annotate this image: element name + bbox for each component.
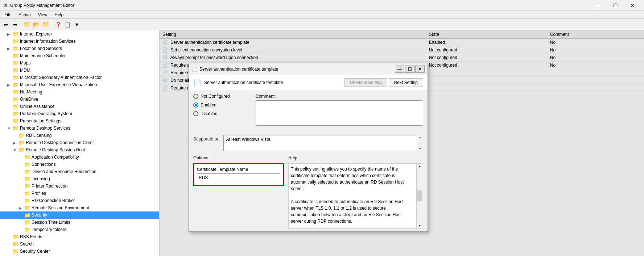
radio-enabled[interactable]: Enabled (193, 102, 251, 108)
next-setting-button[interactable]: Next Setting (389, 78, 423, 87)
toolbar-sep-2 (52, 21, 52, 28)
comment-textarea[interactable] (256, 100, 423, 126)
sidebar-item-presentation[interactable]: ▶ 📁 Presentation Settings (0, 117, 159, 125)
sidebar-item-security[interactable]: ▶ 📁 Security (0, 211, 159, 219)
help-scroll-up-arrow[interactable]: ▲ (418, 164, 421, 168)
sidebar-item-device-resource[interactable]: ▶ 📁 Device and Resource Redirection (0, 168, 159, 175)
menu-help[interactable]: Help (52, 12, 67, 18)
folder-icon: 📁 (24, 212, 30, 218)
sidebar-item-licensing[interactable]: ▶ 📁 Licensing (0, 175, 159, 182)
radio-disabled[interactable]: Disabled (193, 111, 251, 116)
sidebar-item-rds[interactable]: ▼ 📁 Remote Desktop Services (0, 125, 159, 132)
folder-icon: 📁 (13, 104, 19, 109)
radio-section: Not Configured Enabled Disabled (193, 94, 251, 130)
sidebar-item-location[interactable]: ▶ 📁 Location and Sensors (0, 45, 159, 52)
folder3-button[interactable]: 📁 (42, 20, 50, 29)
sidebar-item-connections[interactable]: ▶ 📁 Connections (0, 161, 159, 168)
scroll-up-arrow[interactable]: ▲ (419, 136, 422, 139)
modal-setting-title: Server authentication certificate templa… (204, 80, 283, 85)
maximize-button[interactable]: ☐ (607, 0, 624, 11)
cert-template-input[interactable] (197, 173, 280, 182)
sidebar-item-app-compat[interactable]: ▶ 📁 Application Compatibility (0, 154, 159, 161)
help-scroll-down-arrow[interactable]: ▼ (418, 224, 421, 227)
sidebar-item-onedrive[interactable]: ▶ 📁 OneDrive (0, 96, 159, 103)
sidebar-item-ms-secondary[interactable]: ▶ 📁 Microsoft Secondary Authentication F… (0, 74, 159, 81)
forward-button[interactable]: ➡ (11, 20, 20, 29)
back-button[interactable]: ⬅ (1, 20, 10, 29)
menu-view[interactable]: View (35, 12, 50, 18)
menu-bar: File Action View Help (0, 11, 644, 19)
sidebar-item-internet-explorer[interactable]: ▶ 📁 Internet Explorer (0, 30, 159, 38)
folder-icon: 📁 (24, 198, 30, 203)
sidebar-item-rd-conn-broker[interactable]: ▶ 📁 RD Connection Broker (0, 197, 159, 204)
right-panel: Setting State Comment 📄 Server authentic… (160, 30, 644, 256)
sidebar-item-ms-user-exp[interactable]: ▶ 📁 Microsoft User Experience Virtualiza… (0, 81, 159, 88)
folder-icon: 📁 (18, 133, 25, 138)
folder-icon: 📁 (13, 31, 19, 37)
sidebar-item-security-center[interactable]: ▶ 📁 Security Center (0, 248, 159, 255)
sidebar-item-mdm[interactable]: ▶ 📁 MDM (0, 67, 159, 74)
title-bar: 🖥 Group Policy Management Editor — ☐ ✕ (0, 0, 644, 11)
modal-dialog: 📄 Server authentication certificate temp… (189, 63, 428, 232)
sidebar-item-portable-os[interactable]: ▶ 📁 Portable Operating System (0, 110, 159, 117)
tree-panel: ▶ 📁 Internet Explorer ▶ 📁 Internet Infor… (0, 30, 160, 256)
properties-button[interactable]: 📋 (63, 20, 72, 29)
filter-button[interactable]: ▼ (73, 20, 81, 29)
menu-file[interactable]: File (1, 12, 14, 18)
sidebar-item-maintenance[interactable]: ▶ 📁 Maintenance Scheduler (0, 52, 159, 59)
cert-template-label: Certificate Template Name (197, 167, 280, 172)
modal-nav-buttons: Previous Setting Next Setting (344, 78, 423, 87)
modal-maximize-button[interactable]: ☐ (405, 66, 414, 73)
modal-title: 📄 Server authentication certificate temp… (192, 67, 278, 72)
close-button[interactable]: ✕ (624, 0, 641, 11)
folder-icon: 📁 (24, 161, 30, 167)
sidebar-item-netmeeting[interactable]: ▶ 📁 NetMeeting (0, 88, 159, 96)
sidebar-item-maps[interactable]: ▶ 📁 Maps (0, 59, 159, 67)
help-scroll-thumb (417, 190, 422, 201)
sidebar-item-session-time[interactable]: ▶ 📁 Session Time Limits (0, 219, 159, 226)
options-help-labels: Options: Help: (189, 154, 428, 162)
menu-action[interactable]: Action (16, 12, 33, 18)
chevron-down-icon: ▼ (13, 148, 17, 152)
folder-icon: 📁 (13, 248, 19, 254)
radio-not-configured[interactable]: Not Configured (193, 94, 251, 99)
folder-icon: 📁 (18, 140, 25, 146)
modal-content-area: Not Configured Enabled Disabled (189, 90, 428, 134)
info-button[interactable]: ❓ (54, 20, 62, 29)
modal-minimize-button[interactable]: — (395, 66, 404, 73)
folder-icon: 📁 (24, 169, 30, 175)
folder-icon: 📁 (13, 118, 19, 124)
sidebar-item-rd-session-host[interactable]: ▼ 📁 Remote Desktop Session Host (0, 146, 159, 154)
folder-icon: 📁 (13, 234, 19, 240)
scroll-down-arrow[interactable]: ▼ (419, 147, 422, 150)
modal-controls: — ☐ ✕ (395, 66, 425, 73)
main-content: ▶ 📁 Internet Explorer ▶ 📁 Internet Infor… (0, 30, 644, 256)
sidebar-item-rss[interactable]: ▶ 📁 RSS Feeds (0, 233, 159, 240)
sidebar-item-rdc-client[interactable]: ▶ 📁 Remote Desktop Connection Client (0, 139, 159, 146)
help-panel: This policy setting allows you to specif… (288, 163, 423, 228)
folder-icon: 📁 (24, 227, 30, 232)
sidebar-item-search[interactable]: ▶ 📁 Search (0, 240, 159, 248)
modal-close-button[interactable]: ✕ (415, 66, 425, 73)
sidebar-item-printer-redir[interactable]: ▶ 📁 Printer Redirection (0, 182, 159, 190)
folder-icon: 📁 (18, 147, 25, 153)
folder-icon: 📁 (13, 67, 19, 73)
folder-icon: 📁 (13, 75, 19, 80)
folder-icon: 📁 (13, 125, 19, 131)
sidebar-item-rd-licensing[interactable]: ▶ 📁 RD Licensing (0, 132, 159, 139)
app-icon: 🖥 (3, 3, 8, 8)
chevron-right-icon: ▶ (7, 32, 12, 36)
options-box: Certificate Template Name (193, 163, 284, 186)
folder-button[interactable]: 📁 (23, 20, 32, 29)
sidebar-item-profiles[interactable]: ▶ 📁 Profiles (0, 190, 159, 197)
sidebar-item-iis[interactable]: ▶ 📁 Internet Information Services (0, 38, 159, 45)
chevron-right-icon: ▶ (19, 206, 23, 210)
folder2-button[interactable]: 📂 (32, 20, 41, 29)
previous-setting-button[interactable]: Previous Setting (344, 78, 387, 87)
sidebar-item-temp-folders[interactable]: ▶ 📁 Temporary folders (0, 226, 159, 233)
minimize-button[interactable]: — (590, 0, 606, 11)
sidebar-item-remote-session-env[interactable]: ▶ 📁 Remote Session Environment (0, 204, 159, 211)
modal-overlay: 📄 Server authentication certificate temp… (160, 30, 644, 256)
sidebar-item-online-assist[interactable]: ▶ 📁 Online Assistance (0, 103, 159, 110)
chevron-down-icon: ▼ (7, 126, 12, 130)
